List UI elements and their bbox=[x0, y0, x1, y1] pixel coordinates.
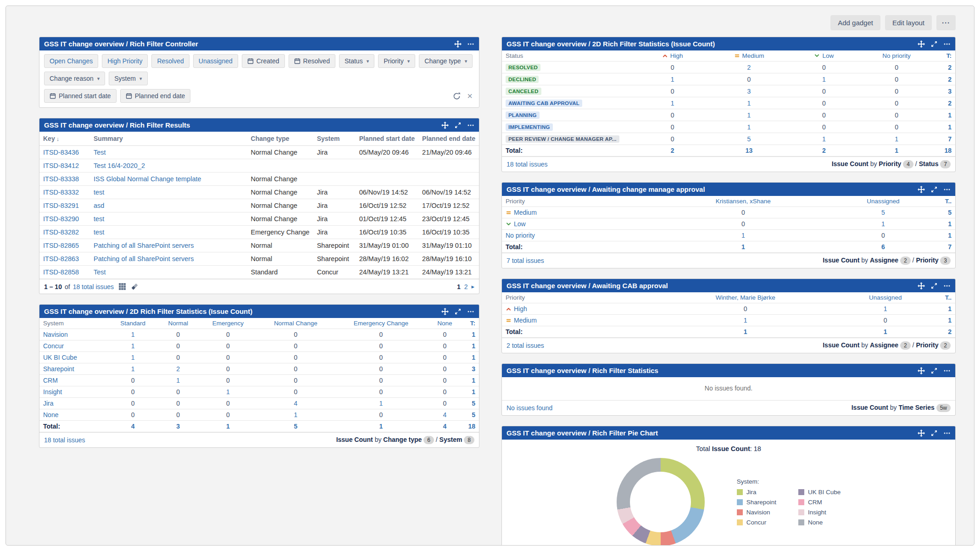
stat-column-total[interactable]: 3 bbox=[157, 421, 199, 432]
move-gadget-icon[interactable] bbox=[918, 40, 925, 48]
stat-column-total[interactable]: 4 bbox=[108, 421, 157, 432]
expand-gadget-icon[interactable] bbox=[454, 308, 462, 315]
pivot-total-header[interactable]: T: bbox=[938, 50, 955, 61]
move-gadget-icon[interactable] bbox=[454, 40, 462, 48]
stat-row-total[interactable]: 3 bbox=[462, 363, 479, 375]
quick-filter-button[interactable]: Resolved bbox=[151, 54, 189, 68]
table-view-icon[interactable] bbox=[118, 283, 126, 290]
close-icon[interactable]: × bbox=[467, 91, 473, 100]
stat-row-total[interactable]: 1 bbox=[938, 315, 955, 326]
column-header-key[interactable]: Key↓ bbox=[39, 132, 90, 146]
move-gadget-icon[interactable] bbox=[918, 186, 925, 193]
stat-value[interactable]: 1 bbox=[334, 398, 428, 409]
footer-dimension[interactable]: System bbox=[440, 436, 462, 443]
gadget-header[interactable]: GSS IT change overview / Awaiting change… bbox=[502, 183, 955, 196]
stat-value[interactable]: 2 bbox=[157, 363, 199, 375]
pivot-row-label-link[interactable]: Low bbox=[514, 220, 526, 228]
stat-row-total[interactable]: 1 bbox=[938, 121, 955, 133]
pivot-column-header[interactable]: Winther, Marie Bjørke bbox=[658, 292, 833, 303]
date-range-filter-button[interactable]: Planned start date bbox=[44, 89, 117, 103]
stat-row-total[interactable]: 5 bbox=[938, 207, 955, 218]
edit-layout-button[interactable]: Edit layout bbox=[885, 15, 932, 30]
footer-dimension[interactable]: Time Series bbox=[898, 404, 934, 411]
stat-column-total[interactable]: 4 bbox=[428, 421, 462, 432]
footer-dimension[interactable]: Priority bbox=[879, 160, 901, 167]
status-lozenge[interactable]: CANCELED bbox=[506, 88, 541, 95]
stat-grand-total[interactable]: 18 bbox=[938, 145, 955, 156]
dropdown-filter-button[interactable]: System▾ bbox=[109, 72, 147, 85]
stat-value[interactable]: 1 bbox=[640, 73, 705, 85]
stat-row-total[interactable]: 1 bbox=[938, 230, 955, 241]
stat-row-total[interactable]: 1 bbox=[462, 329, 479, 340]
column-header-system[interactable]: System bbox=[313, 132, 356, 146]
issue-summary-link[interactable]: asd bbox=[94, 202, 104, 209]
stat-row-total[interactable]: 5 bbox=[462, 409, 479, 421]
issue-summary-link[interactable]: test bbox=[94, 229, 104, 236]
stat-column-total[interactable]: 1 bbox=[658, 241, 829, 253]
move-gadget-icon[interactable] bbox=[918, 367, 925, 374]
issue-summary-link[interactable]: ISS Global Normal Change template bbox=[94, 175, 201, 183]
stat-value[interactable]: 1 bbox=[658, 315, 833, 326]
footer-dimension[interactable]: Change type bbox=[383, 436, 422, 443]
stat-value[interactable]: 1 bbox=[257, 409, 334, 421]
stat-grand-total[interactable]: 7 bbox=[938, 241, 955, 253]
stat-column-total[interactable]: 13 bbox=[705, 145, 792, 156]
issue-summary-link[interactable]: Patching of all SharePoint servers bbox=[94, 242, 194, 249]
stat-value[interactable]: 4 bbox=[428, 409, 462, 421]
footer-dimension[interactable]: Assignee bbox=[870, 256, 898, 264]
stat-value[interactable]: 5 bbox=[705, 133, 792, 145]
stat-column-total[interactable]: 1 bbox=[199, 421, 257, 432]
issue-key-link[interactable]: ITSD-83436 bbox=[43, 149, 79, 156]
total-issues-link[interactable]: 7 total issues bbox=[507, 257, 544, 264]
footer-dimension[interactable]: Priority bbox=[916, 256, 938, 264]
dropdown-filter-button[interactable]: Status▾ bbox=[339, 54, 374, 68]
more-gadget-icon[interactable] bbox=[943, 40, 951, 48]
stat-value[interactable]: 1 bbox=[199, 386, 257, 398]
column-header-planned-start[interactable]: Planned start date bbox=[356, 132, 418, 146]
stat-row-total[interactable]: 1 bbox=[938, 218, 955, 230]
refresh-icon[interactable] bbox=[453, 92, 461, 100]
stat-row-total[interactable]: 2 bbox=[938, 61, 955, 73]
stat-row-total[interactable]: 1 bbox=[462, 352, 479, 363]
more-gadget-icon[interactable] bbox=[943, 186, 951, 193]
move-gadget-icon[interactable] bbox=[441, 308, 449, 315]
status-lozenge[interactable]: PEER REVIEW / CHANGE MANAGER AP... bbox=[506, 135, 619, 143]
issue-key-link[interactable]: ITSD-83338 bbox=[43, 175, 79, 183]
pivot-column-header[interactable]: Standard bbox=[108, 318, 157, 329]
more-gadget-icon[interactable] bbox=[943, 367, 951, 374]
pivot-row-label-link[interactable]: Jira bbox=[43, 400, 54, 407]
date-range-filter-button[interactable]: Planned end date bbox=[120, 89, 191, 103]
pivot-column-header[interactable]: Emergency bbox=[199, 318, 257, 329]
stat-value[interactable]: 1 bbox=[705, 97, 792, 109]
stat-column-total[interactable]: 5 bbox=[257, 421, 334, 432]
total-issues-link[interactable]: 18 total issues bbox=[44, 436, 85, 444]
stat-column-total[interactable]: 1 bbox=[334, 421, 428, 432]
pivot-column-header[interactable]: High bbox=[640, 50, 705, 61]
page-2-button[interactable]: 2 bbox=[464, 283, 468, 290]
stat-row-total[interactable]: 1 bbox=[462, 340, 479, 352]
pivot-column-header[interactable]: Emergency Change bbox=[334, 318, 428, 329]
stat-value[interactable]: 4 bbox=[257, 398, 334, 409]
stat-value[interactable]: 5 bbox=[829, 207, 938, 218]
stat-row-total[interactable]: 1 bbox=[938, 303, 955, 315]
gadget-header[interactable]: GSS IT change overview / Rich Filter Con… bbox=[39, 37, 479, 50]
stat-value[interactable]: 1 bbox=[829, 218, 938, 230]
stat-column-total[interactable]: 1 bbox=[833, 326, 938, 338]
stat-row-total[interactable]: 5 bbox=[462, 398, 479, 409]
stat-value[interactable]: 2 bbox=[705, 61, 792, 73]
pivot-row-label-link[interactable]: CRM bbox=[43, 377, 58, 384]
status-lozenge[interactable]: DECLINED bbox=[506, 76, 539, 83]
pivot-row-label-link[interactable]: Concur bbox=[43, 342, 64, 350]
stat-value[interactable]: 1 bbox=[157, 375, 199, 386]
pivot-column-header[interactable]: Normal Change bbox=[257, 318, 334, 329]
stat-row-total[interactable]: 7 bbox=[938, 133, 955, 145]
more-gadget-icon[interactable] bbox=[467, 308, 474, 315]
expand-gadget-icon[interactable] bbox=[930, 282, 938, 290]
pivot-row-label-link[interactable]: Navision bbox=[43, 331, 68, 338]
status-lozenge[interactable]: RESOLVED bbox=[506, 64, 540, 71]
stat-value[interactable]: 1 bbox=[108, 352, 157, 363]
issue-key-link[interactable]: ITSD-83290 bbox=[43, 215, 79, 223]
pivot-row-label-link[interactable]: Sharepoint bbox=[43, 365, 74, 373]
issue-summary-link[interactable]: Test bbox=[94, 268, 106, 276]
pivot-row-label-link[interactable]: UK BI Cube bbox=[43, 354, 77, 361]
